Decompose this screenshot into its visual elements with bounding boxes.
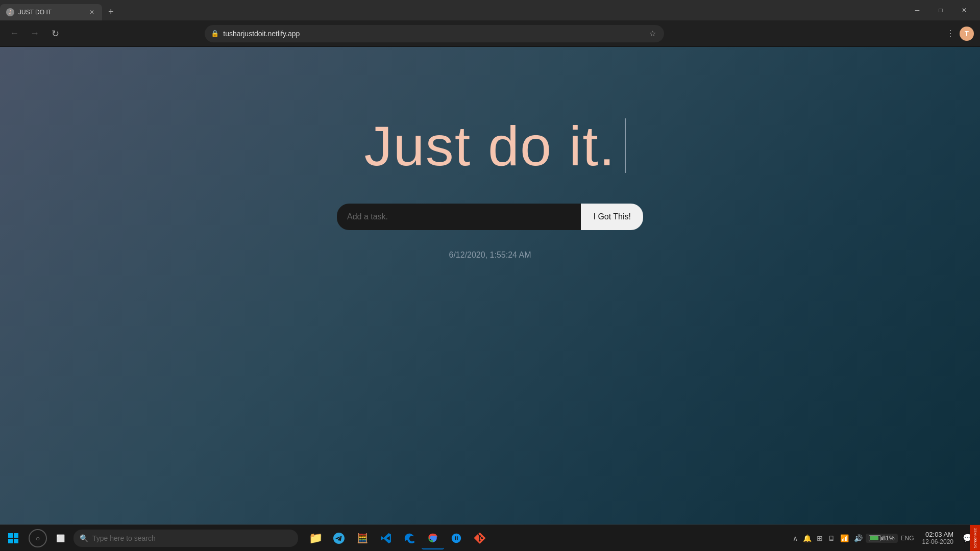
taskbar-search[interactable]: 🔍 Type here to search — [74, 530, 298, 547]
battery-fill — [870, 536, 879, 540]
title-bar: J JUST DO IT ✕ + ─ □ ✕ — [0, 0, 980, 20]
search-placeholder-text: Type here to search — [92, 534, 156, 542]
show-hidden-icons[interactable]: ∧ — [791, 532, 800, 544]
taskbar-icon-teamviewer[interactable] — [445, 527, 468, 549]
forward-button[interactable]: → — [27, 26, 43, 42]
network-icon[interactable]: 📶 — [838, 532, 851, 544]
extensions-button[interactable]: ⋮ — [943, 27, 958, 41]
new-tab-button[interactable]: + — [104, 7, 118, 17]
clock[interactable]: 02:03 AM 12-06-2020 — [918, 529, 958, 547]
taskbar-icon-telegram[interactable] — [328, 527, 350, 549]
maximize-button[interactable]: □ — [929, 0, 952, 20]
battery-percent: 81% — [883, 535, 895, 542]
search-icon: 🔍 — [80, 534, 88, 542]
system-tray: ∧ 🔔 ⊞ 🖥 📶 🔊 81% ENG — [791, 532, 916, 544]
volume-icon[interactable]: 🔊 — [852, 532, 865, 544]
taskbar-icon-chrome[interactable] — [422, 527, 444, 549]
cortana-button[interactable]: ○ — [29, 529, 47, 547]
notifications-icon[interactable]: 🔔 — [801, 532, 814, 544]
datetime-display: 6/12/2020, 1:55:24 AM — [449, 251, 531, 260]
reload-button[interactable]: ↻ — [47, 26, 63, 42]
screentec-label: ScreenRec — [973, 528, 977, 548]
screentec-panel[interactable]: ScreenRec — [970, 525, 980, 551]
task-view-button[interactable]: ⬜ — [49, 527, 71, 549]
taskbar-icon-edge[interactable] — [398, 527, 421, 549]
taskbar-app-icons: 📁 🧮 — [304, 527, 491, 549]
windows-logo-icon — [8, 533, 18, 543]
taskbar-icon-file-explorer[interactable]: 📁 — [304, 527, 327, 549]
task-form: I Got This! — [337, 204, 643, 230]
tab-bar: J JUST DO IT ✕ + — [0, 0, 901, 20]
address-bar: ← → ↻ 🔒 tusharjustdoit.netlify.app ☆ ⋮ T — [0, 20, 980, 47]
clock-time: 02:03 AM — [922, 531, 953, 538]
clock-date: 12-06-2020 — [922, 538, 953, 545]
battery-indicator[interactable]: 81% — [866, 534, 898, 543]
taskbar-icon-calculator[interactable]: 🧮 — [351, 527, 374, 549]
bookmark-icon[interactable]: ☆ — [647, 28, 658, 39]
language-indicator[interactable]: ENG — [899, 533, 916, 544]
close-button[interactable]: ✕ — [952, 0, 976, 20]
taskbar: ○ ⬜ 🔍 Type here to search 📁 🧮 — [0, 524, 980, 551]
tab-close-button[interactable]: ✕ — [88, 8, 96, 16]
tab-favicon: J — [6, 8, 14, 16]
battery-bar — [869, 535, 881, 541]
add-task-button[interactable]: I Got This! — [581, 204, 643, 230]
window-controls: ─ □ ✕ — [901, 0, 980, 20]
task-manager-icon[interactable]: ⊞ — [815, 532, 825, 544]
taskbar-right: ∧ 🔔 ⊞ 🖥 📶 🔊 81% ENG 02:03 AM 12-06-2020 — [791, 529, 980, 547]
task-input[interactable] — [337, 204, 581, 230]
page-content: Just do it. I Got This! 6/12/2020, 1:55:… — [0, 47, 980, 524]
taskbar-icon-vscode[interactable] — [375, 527, 397, 549]
active-tab[interactable]: J JUST DO IT ✕ — [0, 4, 102, 20]
app-title: Just do it. — [364, 113, 616, 178]
profile-avatar[interactable]: T — [960, 27, 974, 41]
lock-icon: 🔒 — [211, 30, 219, 37]
url-text: tusharjustdoit.netlify.app — [223, 30, 643, 38]
start-button[interactable] — [0, 525, 27, 552]
minimize-button[interactable]: ─ — [905, 0, 929, 20]
browser-actions: ⋮ T — [943, 27, 974, 41]
url-bar[interactable]: 🔒 tusharjustdoit.netlify.app ☆ — [205, 25, 664, 42]
tab-title: JUST DO IT — [18, 9, 84, 16]
screen-icon[interactable]: 🖥 — [826, 532, 837, 544]
taskbar-icon-git[interactable] — [469, 527, 491, 549]
back-button[interactable]: ← — [6, 26, 22, 42]
